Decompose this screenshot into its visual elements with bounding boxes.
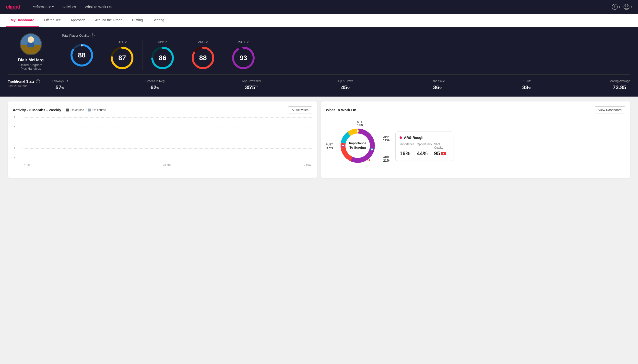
donut-area: PUTT 57% OTT 10% APP 12% A xyxy=(326,119,389,173)
x-label-mar: 28 Mar xyxy=(163,163,171,166)
svg-point-11 xyxy=(81,44,83,46)
score-app-value: 86 xyxy=(159,54,166,62)
info-panel-title: ARG Rough xyxy=(399,136,449,140)
svg-point-32 xyxy=(342,145,344,147)
nav-links: Performance ▾ Activities What To Work On xyxy=(28,3,115,11)
total-quality-label: Total Player Quality ? xyxy=(62,34,630,38)
score-putt: PUTT ↗ 93 xyxy=(223,40,263,70)
circle-total: 88 xyxy=(70,43,94,68)
avatar xyxy=(20,33,42,55)
tab-scoring[interactable]: Scoring xyxy=(148,14,169,27)
app-logo: clippd xyxy=(6,4,20,10)
shot-quality-badge: ▼ xyxy=(441,152,446,155)
stat-scoring-average: Scoring Average 73.85 xyxy=(609,80,630,91)
tab-around-the-green[interactable]: Around the Green xyxy=(90,14,127,27)
top-nav: clippd Performance ▾ Activities What To … xyxy=(0,0,638,14)
tab-approach[interactable]: Approach xyxy=(66,14,90,27)
activity-chart-area: 4 3 2 1 0 xyxy=(13,117,312,166)
score-arg-value: 88 xyxy=(199,54,207,62)
score-putt-label: PUTT ↗ xyxy=(238,40,249,44)
chevron-down-icon-add: ▾ xyxy=(619,6,620,8)
bars-container xyxy=(23,117,312,159)
all-activities-button[interactable]: All Activities xyxy=(288,106,312,114)
importance-label: Importance xyxy=(399,142,415,149)
work-on-title: What To Work On xyxy=(326,108,356,112)
circle-app: 86 xyxy=(150,46,175,70)
trend-up-icon: ↗ xyxy=(125,40,127,44)
svg-point-7 xyxy=(28,36,34,43)
svg-point-4 xyxy=(625,5,627,7)
stat-sand-save: Sand Save 36% xyxy=(431,80,445,91)
nav-performance[interactable]: Performance ▾ xyxy=(28,3,57,11)
svg-text:Importance: Importance xyxy=(349,141,366,145)
stats-help-icon[interactable]: ? xyxy=(36,80,40,83)
score-arg: ARG ↗ 88 xyxy=(183,40,223,70)
score-circles: 88 OTT ↗ 87 xyxy=(62,40,630,70)
opportunity-value-container: 44% xyxy=(417,150,432,157)
tab-off-the-tee[interactable]: Off the Tee xyxy=(39,14,66,27)
work-on-card: What To Work On View Dashboard PUTT 57% … xyxy=(321,102,630,178)
legend-on-course: On course xyxy=(66,108,84,112)
opportunity-label: Opportunity xyxy=(417,142,432,149)
stats-title: Traditional Stats ? xyxy=(8,80,46,83)
score-app: APP ↗ 86 xyxy=(142,40,183,70)
svg-point-19 xyxy=(192,54,194,56)
donut-chart-svg: Importance To Scoring xyxy=(338,126,377,165)
x-label-may: 9 May xyxy=(304,163,311,166)
nav-activities[interactable]: Activities xyxy=(59,3,79,11)
legend-on-course-dot xyxy=(66,108,69,112)
score-ott: OTT ↗ 87 xyxy=(102,40,142,70)
view-dashboard-button[interactable]: View Dashboard xyxy=(595,106,625,114)
trend-up-app-icon: ↗ xyxy=(165,40,167,44)
svg-text:To Scoring: To Scoring xyxy=(350,146,366,149)
legend-off-course: Off course xyxy=(88,108,106,112)
donut-wrapper: PUTT 57% OTT 10% APP 12% A xyxy=(326,119,389,173)
stats-label-section: Traditional Stats ? Last 20 rounds xyxy=(8,80,52,88)
score-arg-label: ARG ↗ xyxy=(198,40,207,44)
score-ott-label: OTT ↗ xyxy=(118,40,127,44)
nav-what-to-work-on[interactable]: What To Work On xyxy=(81,3,115,11)
circle-arg: 88 xyxy=(191,46,215,70)
stat-app-proximity: App. Proximity 35'5" xyxy=(242,80,261,91)
arg-rough-dot xyxy=(399,136,402,139)
user-menu-button[interactable]: ▾ xyxy=(623,4,632,10)
svg-point-14 xyxy=(111,58,113,60)
player-name: Blair McHarg xyxy=(18,58,44,62)
add-circle-button[interactable]: ▾ xyxy=(611,4,620,10)
score-total: 88 xyxy=(62,43,102,68)
activity-legend: On course Off course xyxy=(66,108,106,112)
shot-quality-value-container: 95 ▼ xyxy=(434,150,449,157)
legend-off-course-dot xyxy=(88,108,91,112)
chevron-down-icon-user: ▾ xyxy=(631,6,632,8)
shot-quality-value: 95 xyxy=(434,150,440,157)
help-icon[interactable]: ? xyxy=(91,34,95,38)
info-metric-labels: Importance Opportunity Shot Quality xyxy=(399,142,449,149)
arg-label: ARG 21% xyxy=(383,156,389,162)
activity-card-title: Activity - 3 Months - Weekly xyxy=(13,108,61,112)
tab-putting[interactable]: Putting xyxy=(127,14,148,27)
player-handicap: Plus Handicap xyxy=(21,67,41,70)
trend-up-arg-icon: ↗ xyxy=(206,40,208,44)
svg-point-31 xyxy=(368,159,370,161)
importance-value: 16% xyxy=(399,150,410,156)
stat-up-down: Up & Down 45% xyxy=(338,80,353,91)
player-scores-row: Blair McHarg United Kingdom Plus Handica… xyxy=(8,33,630,70)
circle-ott: 87 xyxy=(110,46,134,70)
bottom-cards: Activity - 3 Months - Weekly On course O… xyxy=(0,96,638,183)
circle-putt: 93 xyxy=(231,46,256,70)
nav-right: ▾ ▾ xyxy=(611,4,632,10)
app-label: APP 12% xyxy=(383,136,389,142)
donut-svg-container: Importance To Scoring xyxy=(338,126,377,166)
stat-1-putt: 1 Putt 33% xyxy=(522,80,531,91)
score-total-value: 88 xyxy=(78,51,85,59)
opportunity-value: 44% xyxy=(417,150,428,156)
trend-up-putt-icon: ↗ xyxy=(247,40,249,44)
sub-nav: My Dashboard Off the Tee Approach Around… xyxy=(0,14,638,28)
svg-point-29 xyxy=(357,130,359,132)
tab-my-dashboard[interactable]: My Dashboard xyxy=(6,14,39,27)
svg-point-30 xyxy=(371,148,373,150)
donut-row: PUTT 57% OTT 10% APP 12% A xyxy=(326,119,625,173)
score-ott-value: 87 xyxy=(118,54,126,62)
hero-section: Blair McHarg United Kingdom Plus Handica… xyxy=(0,28,638,96)
info-panel: ARG Rough Importance Opportunity Shot Qu… xyxy=(395,132,453,161)
